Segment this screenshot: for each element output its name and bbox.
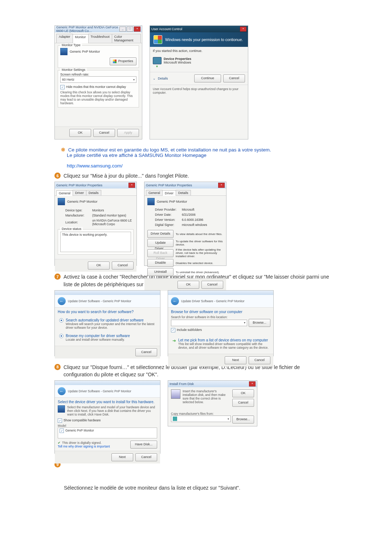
tab-general[interactable]: General — [146, 190, 163, 195]
checkbox-icon: ✓ — [58, 418, 62, 423]
tab-troubleshoot[interactable]: Troubleshoot — [88, 34, 112, 43]
shield-icon — [113, 60, 117, 63]
install-from-disk-dialog: Install From Disk × Insert the manufactu… — [168, 380, 257, 426]
continue-button[interactable]: Continue — [194, 74, 221, 82]
opt-pick-from-list[interactable]: ➔ Let me pick from a list of device driv… — [171, 336, 270, 352]
ok-button[interactable]: OK — [177, 281, 199, 289]
cancel-button[interactable]: Cancel — [135, 348, 157, 356]
disable-button[interactable]: Disable — [147, 259, 173, 267]
cancel-button[interactable]: Cancel — [201, 281, 223, 289]
monitor-type-label: Monitor Type — [60, 43, 82, 47]
tab-adapter[interactable]: Adapter — [56, 34, 73, 43]
cancel-button[interactable]: Cancel — [232, 399, 254, 407]
tab-driver[interactable]: Driver — [73, 190, 86, 195]
tab-strip: Adapter Monitor Troubleshoot Color Manag… — [55, 32, 142, 43]
uac-title: User Account Control — [151, 27, 182, 31]
max-icon[interactable]: □ — [127, 27, 133, 32]
uac-dialog: User Account Control × Windows needs you… — [150, 25, 248, 139]
uac-headline-bar: Windows needs your permission to contion… — [150, 32, 248, 47]
ok-button[interactable]: OK — [69, 129, 91, 137]
drive-icon — [173, 417, 177, 421]
step-bullet: 6 — [54, 173, 61, 179]
tab-details[interactable]: Details — [86, 190, 101, 195]
step-bullet: 7 — [54, 274, 61, 280]
refresh-rate-label: Screen refresh rate: — [60, 73, 136, 76]
driver-details-button[interactable]: Driver Details — [147, 230, 173, 238]
rollback-driver-button[interactable]: Roll Back Driver — [147, 249, 173, 257]
refresh-rate-select[interactable]: 60 Hertz ▾ — [60, 76, 136, 83]
ok-button[interactable]: OK — [232, 389, 254, 397]
wizard-question: How do you want to search for driver sof… — [58, 310, 157, 314]
copy-from-select[interactable]: ▾ — [171, 416, 231, 422]
uac-footer: User Account Control helps stop unauthor… — [153, 87, 245, 94]
monitor-prop-general-dialog: Generic PnP Monitor Properties × General… — [54, 182, 137, 266]
browse-button[interactable]: Browse... — [232, 416, 254, 424]
chevron-down-icon: ▾ — [244, 321, 245, 324]
next-button[interactable]: Next — [225, 356, 246, 364]
arrow-right-icon: ➔ — [172, 338, 176, 343]
monitor-prop-driver-dialog: Generic PnP Monitor Properties × General… — [144, 182, 226, 266]
monitor-icon — [147, 198, 155, 205]
uac-headline: Windows needs your permission to contion… — [165, 37, 243, 42]
monitor-settings-label: Monitor Settings — [60, 68, 87, 72]
monitor-type-value: Generic PnP Monitor — [70, 50, 100, 53]
x-icon: ※ — [61, 147, 65, 153]
location-select[interactable]: ▾ — [171, 320, 247, 326]
chevron-down-icon: ⌄ — [153, 77, 156, 80]
opt-browse-computer[interactable]: Browse my computer for driver software L… — [58, 332, 157, 344]
browse-button[interactable]: Browse... — [249, 319, 270, 327]
hide-modes-desc: Clearing this check box allows you to se… — [60, 90, 136, 105]
update-driver-button[interactable]: Update Driver... — [147, 239, 173, 247]
have-disk-button[interactable]: Have Disk... — [130, 441, 157, 449]
monitor-icon — [58, 405, 65, 413]
close-icon[interactable]: × — [134, 27, 140, 32]
uac-publisher: Microsoft Windows — [164, 61, 191, 64]
monitor-properties-dialog: Generic PnP Monitor and NVIDIA GeForce 6… — [54, 25, 142, 139]
chevron-down-icon: ▾ — [133, 78, 135, 81]
tab-driver[interactable]: Driver — [162, 190, 176, 196]
arrow-down-icon — [153, 64, 161, 68]
back-icon[interactable]: ← — [58, 297, 66, 305]
min-icon[interactable]: _ — [119, 27, 126, 32]
tab-monitor[interactable]: Monitor — [73, 34, 89, 43]
close-icon[interactable]: × — [249, 381, 256, 386]
tab-color-management[interactable]: Color Management — [112, 34, 141, 43]
uninstall-button[interactable]: Uninstall — [147, 268, 173, 276]
uac-titlebar: User Account Control × — [150, 26, 248, 32]
back-icon[interactable]: ← — [171, 297, 179, 305]
close-icon[interactable]: × — [218, 183, 225, 188]
opt-search-auto[interactable]: Search automatically for updated driver … — [58, 316, 157, 332]
radio-icon — [59, 318, 64, 323]
show-compatible-checkbox[interactable]: ✓ Show compatible hardware — [58, 418, 157, 423]
cancel-button[interactable]: Cancel — [223, 74, 245, 82]
monitor-icon — [60, 48, 68, 55]
signing-link[interactable]: Tell me why driver signing is important — [58, 445, 110, 448]
cancel-button[interactable]: Cancel — [112, 262, 134, 270]
tab-general[interactable]: General — [56, 190, 73, 196]
update-wizard-browse: ← Update Driver Software - Generic PnP M… — [168, 290, 274, 356]
hide-modes-checkbox[interactable]: ✓ Hide modes that this monitor cannot di… — [60, 85, 136, 89]
model-listbox[interactable]: ✓Generic PnP Monitor — [58, 428, 157, 438]
properties-button[interactable]: Properties — [110, 57, 136, 65]
ok-button[interactable]: OK — [88, 262, 110, 270]
next-button[interactable]: Next — [111, 453, 133, 461]
samsung-link[interactable]: http://www.samsung.com/ — [67, 163, 123, 169]
dialog-titlebar: Generic PnP Monitor Properties × — [55, 182, 136, 189]
details-expander[interactable]: ⌄ Details — [153, 77, 168, 80]
cancel-button[interactable]: Cancel — [93, 129, 115, 137]
apply-button[interactable]: Apply — [117, 129, 139, 137]
back-icon[interactable]: ← — [58, 387, 66, 395]
checkbox-icon: ✓ — [171, 328, 175, 332]
step-bullet: 8 — [54, 364, 61, 370]
signed-icon: ✔ — [58, 441, 61, 445]
note-block: ※ Ce pilote moniteur est en garantie du … — [61, 147, 330, 169]
chevron-down-icon: ▾ — [228, 417, 229, 421]
close-icon[interactable]: × — [128, 183, 135, 188]
close-icon[interactable]: × — [240, 27, 246, 32]
cancel-button[interactable]: Cancel — [249, 356, 270, 364]
include-subfolders-checkbox[interactable]: ✓ Include subfolders — [171, 328, 270, 332]
uac-program-name: Device Properties — [164, 57, 191, 61]
tab-details[interactable]: Details — [176, 190, 191, 195]
update-wizard-search: ← Update Driver Software - Generic PnP M… — [54, 290, 160, 356]
cancel-button[interactable]: Cancel — [135, 453, 157, 461]
